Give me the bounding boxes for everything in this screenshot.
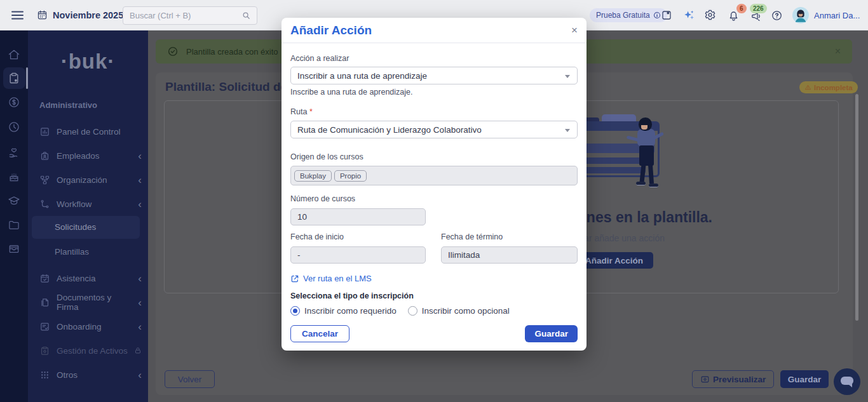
start-date-field: - bbox=[290, 246, 426, 264]
sidebar-item-label: Documentos y Firma bbox=[57, 293, 132, 312]
sidebar-item-gestion-de-activos: Gestión de Activos bbox=[39, 342, 142, 359]
enrollment-type-label: Selecciona el tipo de inscripción bbox=[290, 291, 578, 300]
period-label: Noviembre 2025 bbox=[53, 10, 123, 20]
modal-title: Añadir Acción bbox=[290, 23, 372, 37]
dashboard-icon bbox=[39, 126, 50, 137]
search-box[interactable] bbox=[123, 6, 257, 25]
sidebar-item-label: Workflow bbox=[57, 199, 92, 209]
sidebar-item-documentos-y-firma[interactable]: Documentos y Firma ‹ bbox=[39, 293, 142, 311]
sidebar-item-label: Empleados bbox=[57, 151, 100, 161]
modal-header: Añadir Acción × bbox=[281, 18, 587, 43]
route-label: Ruta * bbox=[290, 107, 578, 116]
benefits-hand-heart-icon[interactable] bbox=[8, 146, 20, 159]
sidebar-item-label: Organización bbox=[57, 175, 107, 185]
status-badge-label: Incompleta bbox=[814, 84, 853, 91]
organization-icon bbox=[39, 175, 50, 185]
add-action-button[interactable]: Añadir Acción bbox=[575, 252, 653, 269]
folder-icon[interactable] bbox=[8, 218, 20, 231]
sidebar-item-label: Onboarding bbox=[57, 322, 102, 332]
education-cap-icon[interactable] bbox=[8, 194, 20, 207]
employees-icon bbox=[39, 151, 50, 161]
sidebar-item-workflow[interactable]: Workflow ‹ bbox=[39, 195, 142, 213]
chevron-icon: ‹ bbox=[138, 297, 142, 308]
origin-chip-propio: Propio bbox=[334, 170, 367, 182]
preview-button[interactable]: Previsualizar bbox=[692, 370, 774, 388]
search-input[interactable] bbox=[130, 11, 241, 20]
lms-link[interactable]: Ver ruta en el LMS bbox=[290, 274, 578, 283]
courses-count-label: Número de cursos bbox=[290, 194, 578, 203]
archive-icon[interactable] bbox=[8, 243, 20, 255]
user-name[interactable]: Anmari Da... bbox=[814, 11, 860, 20]
start-date-label: Fecha de inicio bbox=[290, 232, 441, 241]
scrollbar-thumb[interactable] bbox=[855, 94, 858, 321]
sparkles-icon[interactable] bbox=[682, 9, 695, 22]
period-selector[interactable]: Noviembre 2025 bbox=[37, 10, 123, 20]
sidebar-item-label: Panel de Control bbox=[57, 127, 121, 137]
requests-clipboard-icon[interactable] bbox=[8, 72, 20, 84]
sidebar-item-otros[interactable]: Otros ‹ bbox=[39, 366, 142, 384]
hamburger-menu-icon[interactable] bbox=[11, 11, 24, 20]
cake-icon[interactable] bbox=[8, 170, 20, 183]
clock-icon[interactable] bbox=[8, 121, 20, 133]
external-link-icon bbox=[290, 274, 299, 283]
cancel-button[interactable]: Cancelar bbox=[290, 325, 349, 342]
sidebar-item-label: Otros bbox=[57, 370, 78, 380]
radio-selected-icon bbox=[290, 306, 300, 316]
sidebar-item-asistencia[interactable]: Asistencia ‹ bbox=[39, 269, 142, 287]
search-icon bbox=[241, 11, 251, 20]
radio-required[interactable]: Inscribir como requerido bbox=[290, 306, 397, 316]
avatar[interactable] bbox=[792, 7, 809, 23]
grid-dots-icon bbox=[39, 370, 50, 380]
action-helper-text: Inscribe a una ruta de aprendizaje. bbox=[290, 88, 578, 97]
sidebar-item-label: Gestión de Activos bbox=[57, 346, 128, 356]
origin-chip-bukplay: Bukplay bbox=[294, 170, 332, 182]
gear-icon[interactable] bbox=[704, 9, 716, 21]
radio-optional[interactable]: Inscribir como opcional bbox=[408, 306, 510, 316]
check-circle-icon bbox=[167, 46, 179, 57]
trial-badge[interactable]: Prueba Gratuita bbox=[590, 8, 667, 22]
documents-icon bbox=[39, 297, 50, 308]
required-asterisk: * bbox=[309, 107, 313, 116]
chevron-icon: ‹ bbox=[138, 370, 142, 380]
toast-message: Plantilla creada con éxito bbox=[186, 47, 278, 57]
origin-field: Bukplay Propio bbox=[290, 166, 578, 185]
money-icon[interactable] bbox=[8, 96, 20, 109]
sidebar-item-onboarding[interactable]: Onboarding ‹ bbox=[39, 318, 142, 335]
modal-close-icon[interactable]: × bbox=[571, 24, 578, 37]
sidebar-item-panel-de-control[interactable]: Panel de Control bbox=[39, 123, 142, 140]
sidebar-item-plantillas[interactable]: Plantillas bbox=[55, 247, 89, 257]
sidebar-item-empleados[interactable]: Empleados ‹ bbox=[39, 147, 142, 164]
trial-badge-label: Prueba Gratuita bbox=[596, 11, 650, 20]
status-badge: Incompleta bbox=[799, 81, 858, 93]
info-icon bbox=[653, 11, 661, 19]
chevron-icon: ‹ bbox=[138, 175, 142, 185]
route-select[interactable]: Ruta de Comunicación y Liderazgo Colabor… bbox=[290, 121, 578, 138]
notifications-count-badge: 6 bbox=[736, 4, 747, 13]
modal-footer: Cancelar Guardar bbox=[290, 325, 578, 342]
sidebar-section-label: Administrativo bbox=[39, 100, 97, 110]
lock-icon bbox=[134, 347, 142, 354]
window-icon[interactable] bbox=[661, 10, 672, 21]
sidebar-item-organizacion[interactable]: Organización ‹ bbox=[39, 171, 142, 189]
radio-required-label: Inscribir como requerido bbox=[304, 306, 397, 316]
save-modal-button[interactable]: Guardar bbox=[525, 325, 578, 342]
toast-close-icon[interactable]: × bbox=[835, 46, 841, 57]
save-page-button[interactable]: Guardar bbox=[780, 370, 829, 388]
end-date-label: Fecha de término bbox=[441, 232, 503, 241]
add-action-modal: Añadir Acción × Acción a realizar Inscri… bbox=[281, 18, 587, 351]
preview-button-label: Previsualizar bbox=[713, 375, 766, 384]
enrollment-type-radios: Inscribir como requerido Inscribir como … bbox=[290, 306, 578, 316]
chevron-icon: ‹ bbox=[138, 321, 142, 332]
chat-widget-button[interactable] bbox=[834, 368, 860, 395]
help-icon[interactable] bbox=[771, 10, 783, 22]
sidebar-item-solicitudes[interactable]: Solicitudes bbox=[55, 222, 96, 232]
action-select[interactable]: Inscribir a una ruta de aprendizaje bbox=[290, 67, 578, 84]
onboarding-icon bbox=[39, 321, 50, 332]
home-icon[interactable] bbox=[8, 48, 20, 61]
radio-optional-label: Inscribir como opcional bbox=[422, 306, 510, 316]
announcements-count-badge: 226 bbox=[750, 4, 767, 13]
chevron-icon: ‹ bbox=[138, 199, 142, 210]
back-button[interactable]: Volver bbox=[165, 370, 215, 388]
chevron-icon: ‹ bbox=[138, 151, 142, 161]
action-select-value: Inscribir a una ruta de aprendizaje bbox=[297, 71, 427, 81]
